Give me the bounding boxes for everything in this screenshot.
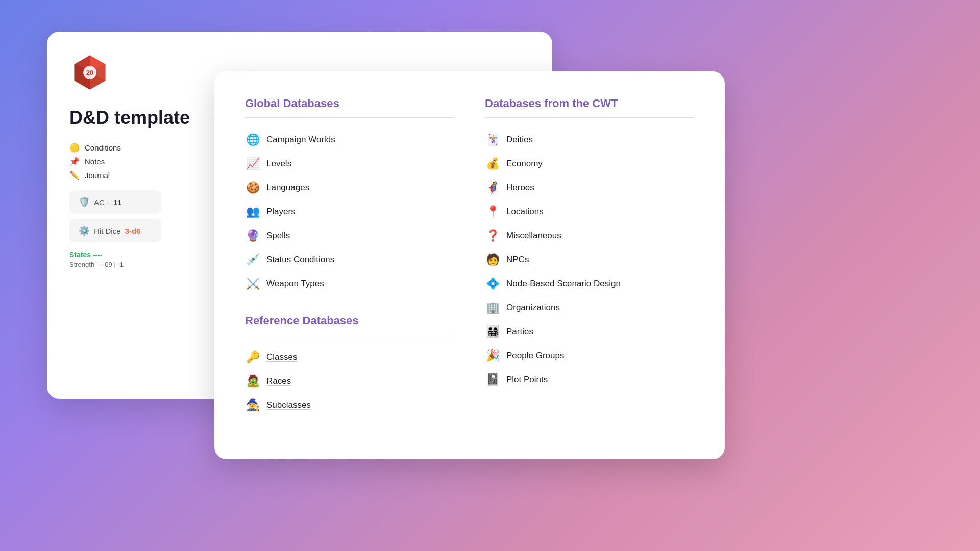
sidebar-conditions-label: Conditions	[85, 143, 121, 152]
locations-label: Locations	[506, 207, 544, 217]
organizations-label: Organizations	[506, 303, 560, 313]
global-databases-section: Global Databases 🌐 Campaign Worlds 📈 Lev…	[245, 97, 454, 296]
languages-icon: 🍪	[245, 181, 260, 194]
miscellaneous-icon: ❓	[485, 229, 500, 242]
sidebar-journal-label: Journal	[85, 171, 110, 180]
notes-icon: 📌	[69, 157, 80, 166]
conditions-icon: 🟡	[69, 143, 80, 153]
organizations-item[interactable]: 🏢 Organizations	[485, 296, 694, 320]
journal-icon: ✏️	[69, 170, 80, 180]
miscellaneous-label: Miscellaneous	[506, 231, 561, 241]
people-groups-icon: 🎉	[485, 349, 500, 362]
levels-item[interactable]: 📈 Levels	[245, 152, 454, 176]
players-label: Players	[266, 207, 296, 217]
ac-value: 11	[113, 198, 122, 207]
plot-points-item[interactable]: 📓 Plot Points	[485, 368, 694, 392]
spells-icon: 🔮	[245, 229, 260, 242]
plot-points-label: Plot Points	[506, 374, 548, 385]
classes-label: Classes	[266, 352, 297, 362]
heroes-label: Heroes	[506, 183, 534, 193]
status-conditions-label: Status Conditions	[266, 255, 334, 265]
reference-databases-section: Reference Databases 🔑 Classes 🧟 Races 🧙 …	[245, 314, 454, 417]
parties-icon: 👨‍👩‍👧‍👦	[485, 325, 500, 338]
races-item[interactable]: 🧟 Races	[245, 369, 454, 393]
languages-item[interactable]: 🍪 Languages	[245, 176, 454, 200]
ac-label: AC -	[94, 198, 109, 207]
parties-label: Parties	[506, 327, 533, 337]
status-conditions-item[interactable]: 💉 Status Conditions	[245, 248, 454, 272]
classes-icon: 🔑	[245, 350, 260, 364]
sidebar-notes-label: Notes	[85, 157, 105, 166]
people-groups-item[interactable]: 🎉 People Groups	[485, 344, 694, 368]
node-scenario-item[interactable]: 💠 Node-Based Scenario Design	[485, 272, 694, 296]
weapon-types-icon: ⚔️	[245, 277, 260, 290]
cwt-divider	[485, 117, 694, 118]
weapon-types-label: Weapon Types	[266, 279, 324, 289]
hit-dice-stat: ⚙️ Hit Dice 3-d6	[69, 219, 161, 242]
subclasses-icon: 🧙	[245, 398, 260, 412]
economy-icon: 💰	[485, 157, 500, 170]
global-divider	[245, 117, 454, 118]
campaign-worlds-label: Campaign Worlds	[266, 135, 335, 145]
languages-label: Languages	[266, 183, 309, 193]
hit-dice-value: 3-d6	[125, 227, 141, 235]
node-scenario-label: Node-Based Scenario Design	[506, 279, 621, 289]
left-column: Global Databases 🌐 Campaign Worlds 📈 Lev…	[245, 97, 454, 436]
spells-item[interactable]: 🔮 Spells	[245, 224, 454, 248]
economy-label: Economy	[506, 159, 543, 169]
economy-item[interactable]: 💰 Economy	[485, 152, 694, 176]
spells-label: Spells	[266, 231, 290, 241]
main-card: Global Databases 🌐 Campaign Worlds 📈 Lev…	[214, 71, 725, 459]
subclasses-item[interactable]: 🧙 Subclasses	[245, 393, 454, 417]
levels-label: Levels	[266, 159, 291, 169]
node-scenario-icon: 💠	[485, 277, 500, 290]
npcs-icon: 🧑	[485, 253, 500, 266]
organizations-icon: 🏢	[485, 301, 500, 314]
subclasses-label: Subclasses	[266, 400, 311, 410]
npcs-label: NPCs	[506, 255, 529, 265]
cwt-heading: Databases from the CWT	[485, 97, 694, 110]
npcs-item[interactable]: 🧑 NPCs	[485, 248, 694, 272]
svg-text:20: 20	[86, 69, 93, 77]
ref-db-heading: Reference Databases	[245, 314, 454, 328]
races-label: Races	[266, 376, 291, 386]
ac-stat: 🛡️ AC - 11	[69, 190, 161, 214]
races-icon: 🧟	[245, 374, 260, 388]
campaign-worlds-icon: 🌐	[245, 133, 260, 146]
ref-divider	[245, 335, 454, 335]
parties-item[interactable]: 👨‍👩‍👧‍👦 Parties	[485, 320, 694, 344]
miscellaneous-item[interactable]: ❓ Miscellaneous	[485, 224, 694, 248]
cwt-databases-section: Databases from the CWT 🃏 Deities 💰 Econo…	[485, 97, 694, 392]
locations-item[interactable]: 📍 Locations	[485, 200, 694, 224]
people-groups-label: People Groups	[506, 350, 564, 361]
players-item[interactable]: 👥 Players	[245, 200, 454, 224]
locations-icon: 📍	[485, 205, 500, 218]
levels-icon: 📈	[245, 157, 260, 170]
campaign-worlds-item[interactable]: 🌐 Campaign Worlds	[245, 128, 454, 152]
players-icon: 👥	[245, 205, 260, 218]
hit-dice-label: Hit Dice	[94, 227, 121, 235]
deities-icon: 🃏	[485, 133, 500, 146]
heroes-icon: 🦸	[485, 181, 500, 194]
deities-item[interactable]: 🃏 Deities	[485, 128, 694, 152]
classes-item[interactable]: 🔑 Classes	[245, 345, 454, 369]
global-db-heading: Global Databases	[245, 97, 454, 110]
heroes-item[interactable]: 🦸 Heroes	[485, 176, 694, 200]
status-conditions-icon: 💉	[245, 253, 260, 266]
right-column: Databases from the CWT 🃏 Deities 💰 Econo…	[485, 97, 694, 436]
plot-points-icon: 📓	[485, 373, 500, 386]
deities-label: Deities	[506, 135, 533, 145]
weapon-types-item[interactable]: ⚔️ Weapon Types	[245, 272, 454, 296]
